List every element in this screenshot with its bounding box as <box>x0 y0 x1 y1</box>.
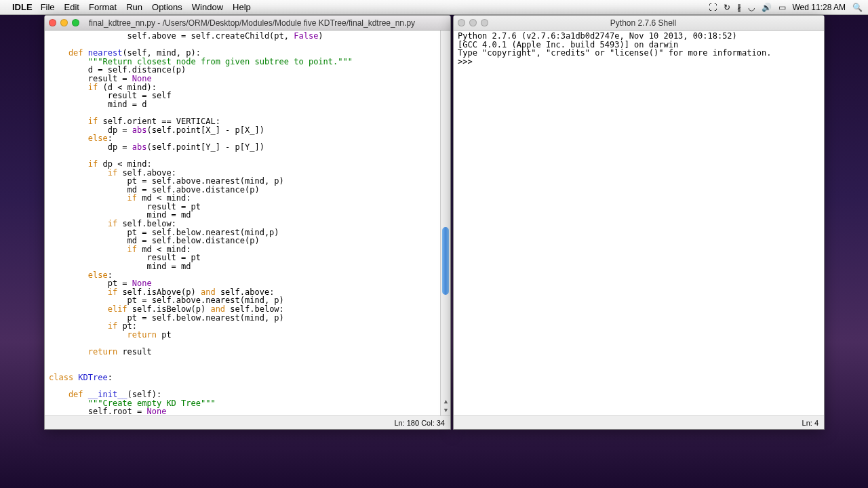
code-editor[interactable]: self.above = self.createChild(pt, False)… <box>45 30 450 415</box>
menu-help[interactable]: Help <box>233 2 251 12</box>
shell-titlebar[interactable]: Python 2.7.6 Shell <box>454 16 824 30</box>
shell-statusbar: Ln: 4 <box>454 415 824 429</box>
clock[interactable]: Wed 11:28 AM <box>793 3 846 12</box>
cursor-position: Ln: 180 Col: 34 <box>394 419 445 427</box>
shell-window: Python 2.7.6 Shell Python 2.7.6 (v2.7.6:… <box>453 15 825 430</box>
close-icon[interactable] <box>458 19 465 26</box>
minimize-icon[interactable] <box>60 19 68 26</box>
zoom-icon[interactable] <box>72 19 79 26</box>
menu-format[interactable]: Format <box>89 2 117 12</box>
editor-scrollbar[interactable]: ▲ ▼ <box>440 30 450 415</box>
timemachine-icon[interactable]: ↻ <box>724 3 730 12</box>
menu-run[interactable]: Run <box>126 2 142 12</box>
scroll-up-icon[interactable]: ▲ <box>443 398 449 406</box>
minimize-icon[interactable] <box>469 19 477 26</box>
menu-window[interactable]: Window <box>192 2 223 12</box>
shell-output[interactable]: Python 2.7.6 (v2.7.6:3a1db0d2747e, Nov 1… <box>454 30 824 415</box>
menu-options[interactable]: Options <box>152 2 182 12</box>
spotlight-icon[interactable]: 🔍 <box>852 3 863 12</box>
scroll-down-icon[interactable]: ▼ <box>443 407 449 415</box>
menu-edit[interactable]: Edit <box>64 2 79 12</box>
menu-file[interactable]: File <box>41 2 55 12</box>
close-icon[interactable] <box>49 19 56 26</box>
bluetooth-icon[interactable]: ∦ <box>737 3 741 12</box>
zoom-icon[interactable] <box>481 19 488 26</box>
macos-menubar: IDLE File Edit Format Run Options Window… <box>0 0 868 15</box>
scroll-thumb[interactable] <box>442 227 449 295</box>
editor-window: final_kdtree_nn.py - /Users/ORM/Desktop/… <box>44 15 451 430</box>
editor-titlebar[interactable]: final_kdtree_nn.py - /Users/ORM/Desktop/… <box>45 16 450 30</box>
shell-title: Python 2.7.6 Shell <box>494 18 820 28</box>
wifi-icon[interactable]: ◡ <box>748 3 755 12</box>
volume-icon[interactable]: 🔊 <box>762 3 772 12</box>
editor-title: final_kdtree_nn.py - /Users/ORM/Desktop/… <box>85 18 446 28</box>
editor-statusbar: Ln: 180 Col: 34 <box>45 415 450 429</box>
battery-icon[interactable]: ▭ <box>778 3 786 12</box>
app-name[interactable]: IDLE <box>12 2 33 12</box>
shell-cursor-position: Ln: 4 <box>802 419 818 427</box>
fullscreen-icon[interactable]: ⛶ <box>709 3 717 12</box>
